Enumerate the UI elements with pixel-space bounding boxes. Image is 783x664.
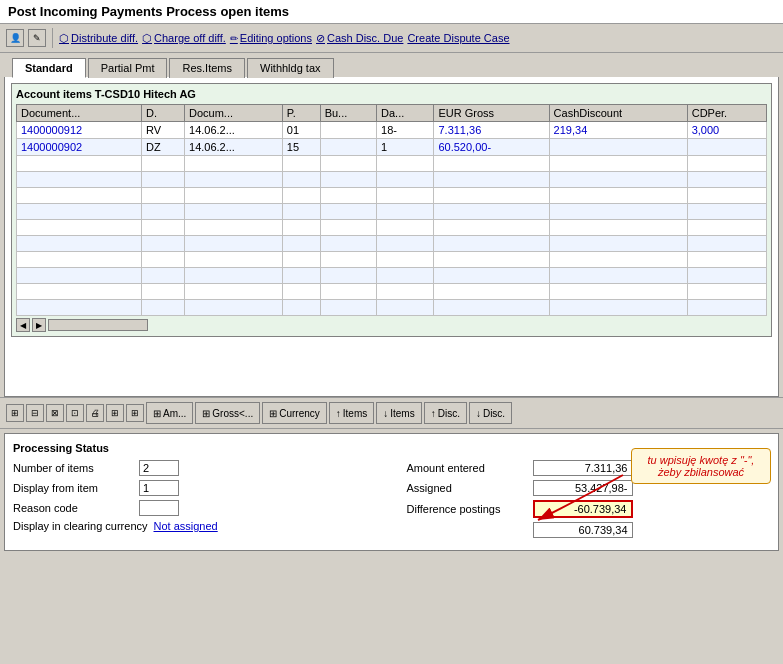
editing-options-link[interactable]: ✏ Editing options <box>230 32 312 44</box>
cell-docum: 14.06.2... <box>185 122 283 139</box>
tab-partial-pmt[interactable]: Partial Pmt <box>88 58 168 78</box>
table-row-empty <box>17 236 767 252</box>
table-row-empty <box>17 300 767 316</box>
page-title: Post Incoming Payments Process open item… <box>0 0 783 24</box>
table-row-empty <box>17 252 767 268</box>
col-eur-gross: EUR Gross <box>434 105 549 122</box>
toolbar-icon-5[interactable]: 🖨 <box>86 404 104 422</box>
col-bu: Bu... <box>320 105 376 122</box>
cell-da: 18- <box>377 122 434 139</box>
table-row[interactable]: 1400000912 RV 14.06.2... 01 18- 7.311,36… <box>17 122 767 139</box>
distribute-diff-link[interactable]: ⬡ Distribute diff. <box>59 32 138 45</box>
diff-postings-label: Difference postings <box>407 503 527 515</box>
distribute-diff-icon: ⬡ <box>59 32 69 45</box>
cell-cdper <box>687 139 766 156</box>
separator1 <box>52 28 53 48</box>
assigned-label: Assigned <box>407 482 527 494</box>
currency-button[interactable]: ⊞ Currency <box>262 402 327 424</box>
tab-withhldg-tax[interactable]: Withhldg tax <box>247 58 334 78</box>
am-button[interactable]: ⊞ Am... <box>146 402 193 424</box>
toolbar-icon-3[interactable]: ⊠ <box>46 404 64 422</box>
table-header-row: Document... D. Docum... P. Bu... Da... E… <box>17 105 767 122</box>
tab-res-items[interactable]: Res.Items <box>169 58 245 78</box>
reason-code-label: Reason code <box>13 502 133 514</box>
not-assigned-link[interactable]: Not assigned <box>154 520 218 532</box>
table-row-empty <box>17 188 767 204</box>
items-up-icon: ↑ <box>336 408 341 419</box>
col-docum: Docum... <box>185 105 283 122</box>
scroll-left-btn[interactable]: ◀ <box>16 318 30 332</box>
reason-code-row: Reason code <box>13 500 377 516</box>
cell-p: 15 <box>282 139 320 156</box>
annotation-bubble: tu wpisuję kwotę z "-", żeby zbilansować <box>631 448 771 484</box>
reason-code-input[interactable] <box>139 500 179 516</box>
currency-icon: ⊞ <box>269 408 277 419</box>
toolbar-icon-6[interactable]: ⊞ <box>106 404 124 422</box>
tabs-bar: Standard Partial Pmt Res.Items Withhldg … <box>4 53 779 77</box>
display-from-row: Display from item <box>13 480 377 496</box>
account-title: Account items T-CSD10 Hitech AG <box>16 88 767 100</box>
col-document: Document... <box>17 105 142 122</box>
cell-eur-gross: 60.520,00- <box>434 139 549 156</box>
am-icon: ⊞ <box>153 408 161 419</box>
cash-disc-link[interactable]: ⊘ Cash Disc. Due <box>316 32 403 45</box>
gross-icon: ⊞ <box>202 408 210 419</box>
toolbar-icon-2[interactable]: ⊟ <box>26 404 44 422</box>
charge-off-link[interactable]: ⬡ Charge off diff. <box>142 32 226 45</box>
amount-entered-label: Amount entered <box>407 462 527 474</box>
cash-disc-icon: ⊘ <box>316 32 325 45</box>
items-down-icon: ↓ <box>383 408 388 419</box>
cell-cash-discount: 219,34 <box>549 122 687 139</box>
display-from-label: Display from item <box>13 482 133 494</box>
col-da: Da... <box>377 105 434 122</box>
edit-icon[interactable]: ✎ <box>28 29 46 47</box>
disc-down-icon: ↓ <box>476 408 481 419</box>
toolbar-icon-4[interactable]: ⊡ <box>66 404 84 422</box>
number-of-items-input[interactable] <box>139 460 179 476</box>
cell-da: 1 <box>377 139 434 156</box>
table-row-empty <box>17 156 767 172</box>
tab-content: Account items T-CSD10 Hitech AG Document… <box>4 77 779 397</box>
annotation-arrow <box>528 470 628 530</box>
disc-up-icon: ↑ <box>431 408 436 419</box>
cell-cash-discount <box>549 139 687 156</box>
toolbar-icon-1[interactable]: ⊞ <box>6 404 24 422</box>
display-clearing-row: Display in clearing currency Not assigne… <box>13 520 377 532</box>
cell-p: 01 <box>282 122 320 139</box>
gross-button[interactable]: ⊞ Gross<... <box>195 402 260 424</box>
col-d: D. <box>142 105 185 122</box>
display-clearing-label: Display in clearing currency <box>13 520 148 532</box>
items-down-button[interactable]: ↓ Items <box>376 402 421 424</box>
scroll-track[interactable] <box>48 319 148 331</box>
account-section: Account items T-CSD10 Hitech AG Document… <box>11 83 772 337</box>
number-of-items-label: Number of items <box>13 462 133 474</box>
toolbar-icon-7[interactable]: ⊞ <box>126 404 144 422</box>
user-icon[interactable]: 👤 <box>6 29 24 47</box>
display-from-input[interactable] <box>139 480 179 496</box>
cell-document: 1400000912 <box>17 122 142 139</box>
bottom-toolbar: ⊞ ⊟ ⊠ ⊡ 🖨 ⊞ ⊞ ⊞ Am... ⊞ Gross<... ⊞ Curr… <box>0 397 783 429</box>
cell-d: DZ <box>142 139 185 156</box>
cell-bu <box>320 122 376 139</box>
pencil-icon: ✏ <box>230 33 238 44</box>
scroll-right-btn[interactable]: ▶ <box>32 318 46 332</box>
tab-standard[interactable]: Standard <box>12 58 86 78</box>
col-p: P. <box>282 105 320 122</box>
table-row-empty <box>17 204 767 220</box>
table-row-empty <box>17 284 767 300</box>
cell-bu <box>320 139 376 156</box>
main-toolbar: 👤 ✎ ⬡ Distribute diff. ⬡ Charge off diff… <box>0 24 783 53</box>
table-row[interactable]: 1400000902 DZ 14.06.2... 15 1 60.520,00- <box>17 139 767 156</box>
col-cash-discount: CashDiscount <box>549 105 687 122</box>
cell-eur-gross: 7.311,36 <box>434 122 549 139</box>
scrollbar-area: ◀ ▶ <box>16 318 767 332</box>
col-cdper: CDPer. <box>687 105 766 122</box>
items-up-button[interactable]: ↑ Items <box>329 402 374 424</box>
cell-d: RV <box>142 122 185 139</box>
disc-up-button[interactable]: ↑ Disc. <box>424 402 467 424</box>
table-row-empty <box>17 220 767 236</box>
disc-down-button[interactable]: ↓ Disc. <box>469 402 512 424</box>
cell-document: 1400000902 <box>17 139 142 156</box>
number-of-items-row: Number of items <box>13 460 377 476</box>
dispute-link[interactable]: Create Dispute Case <box>407 32 509 44</box>
